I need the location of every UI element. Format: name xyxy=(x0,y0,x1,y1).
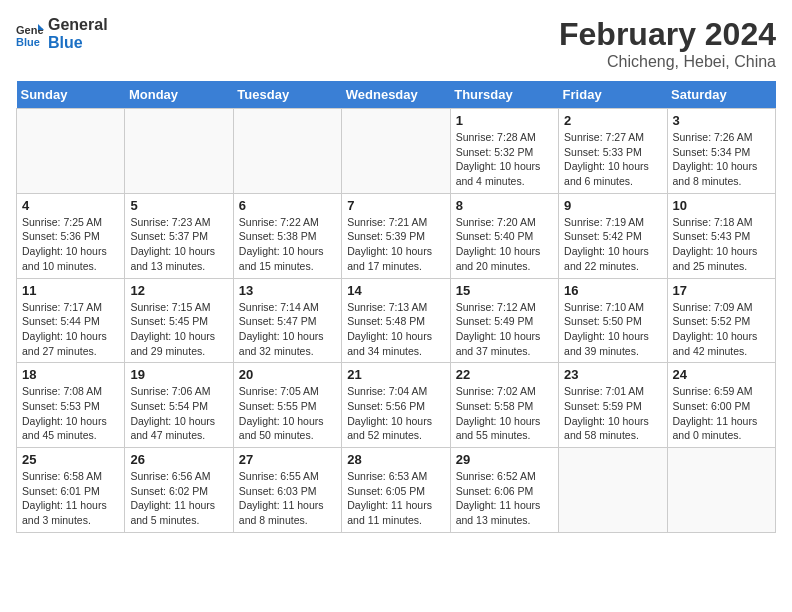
day-number: 9 xyxy=(564,198,661,213)
day-number: 8 xyxy=(456,198,553,213)
location-title: Chicheng, Hebei, China xyxy=(559,53,776,71)
day-number: 17 xyxy=(673,283,770,298)
day-info: Sunrise: 7:22 AM Sunset: 5:38 PM Dayligh… xyxy=(239,215,336,274)
day-number: 27 xyxy=(239,452,336,467)
day-info: Sunrise: 7:15 AM Sunset: 5:45 PM Dayligh… xyxy=(130,300,227,359)
logo-icon: General Blue xyxy=(16,20,44,48)
calendar-cell: 22Sunrise: 7:02 AM Sunset: 5:58 PM Dayli… xyxy=(450,363,558,448)
day-info: Sunrise: 7:27 AM Sunset: 5:33 PM Dayligh… xyxy=(564,130,661,189)
calendar-cell: 5Sunrise: 7:23 AM Sunset: 5:37 PM Daylig… xyxy=(125,193,233,278)
day-info: Sunrise: 7:14 AM Sunset: 5:47 PM Dayligh… xyxy=(239,300,336,359)
day-number: 11 xyxy=(22,283,119,298)
week-row-0: 1Sunrise: 7:28 AM Sunset: 5:32 PM Daylig… xyxy=(17,109,776,194)
calendar-cell: 4Sunrise: 7:25 AM Sunset: 5:36 PM Daylig… xyxy=(17,193,125,278)
day-info: Sunrise: 6:59 AM Sunset: 6:00 PM Dayligh… xyxy=(673,384,770,443)
calendar-cell: 2Sunrise: 7:27 AM Sunset: 5:33 PM Daylig… xyxy=(559,109,667,194)
day-info: Sunrise: 7:10 AM Sunset: 5:50 PM Dayligh… xyxy=(564,300,661,359)
day-info: Sunrise: 7:01 AM Sunset: 5:59 PM Dayligh… xyxy=(564,384,661,443)
day-number: 12 xyxy=(130,283,227,298)
calendar-cell xyxy=(342,109,450,194)
day-number: 26 xyxy=(130,452,227,467)
day-number: 6 xyxy=(239,198,336,213)
day-number: 15 xyxy=(456,283,553,298)
calendar-cell: 1Sunrise: 7:28 AM Sunset: 5:32 PM Daylig… xyxy=(450,109,558,194)
day-info: Sunrise: 7:28 AM Sunset: 5:32 PM Dayligh… xyxy=(456,130,553,189)
day-number: 16 xyxy=(564,283,661,298)
day-info: Sunrise: 7:17 AM Sunset: 5:44 PM Dayligh… xyxy=(22,300,119,359)
day-info: Sunrise: 7:09 AM Sunset: 5:52 PM Dayligh… xyxy=(673,300,770,359)
day-number: 25 xyxy=(22,452,119,467)
week-row-1: 4Sunrise: 7:25 AM Sunset: 5:36 PM Daylig… xyxy=(17,193,776,278)
header: General Blue General Blue February 2024 … xyxy=(16,16,776,71)
day-number: 19 xyxy=(130,367,227,382)
calendar-cell: 13Sunrise: 7:14 AM Sunset: 5:47 PM Dayli… xyxy=(233,278,341,363)
calendar-cell: 28Sunrise: 6:53 AM Sunset: 6:05 PM Dayli… xyxy=(342,448,450,533)
day-number: 29 xyxy=(456,452,553,467)
calendar-cell: 18Sunrise: 7:08 AM Sunset: 5:53 PM Dayli… xyxy=(17,363,125,448)
day-info: Sunrise: 7:02 AM Sunset: 5:58 PM Dayligh… xyxy=(456,384,553,443)
calendar-cell: 19Sunrise: 7:06 AM Sunset: 5:54 PM Dayli… xyxy=(125,363,233,448)
day-number: 10 xyxy=(673,198,770,213)
calendar-cell: 25Sunrise: 6:58 AM Sunset: 6:01 PM Dayli… xyxy=(17,448,125,533)
weekday-header-monday: Monday xyxy=(125,81,233,109)
day-info: Sunrise: 6:56 AM Sunset: 6:02 PM Dayligh… xyxy=(130,469,227,528)
calendar-cell: 9Sunrise: 7:19 AM Sunset: 5:42 PM Daylig… xyxy=(559,193,667,278)
week-row-4: 25Sunrise: 6:58 AM Sunset: 6:01 PM Dayli… xyxy=(17,448,776,533)
day-info: Sunrise: 7:25 AM Sunset: 5:36 PM Dayligh… xyxy=(22,215,119,274)
day-info: Sunrise: 7:08 AM Sunset: 5:53 PM Dayligh… xyxy=(22,384,119,443)
day-number: 20 xyxy=(239,367,336,382)
calendar-cell xyxy=(17,109,125,194)
day-number: 4 xyxy=(22,198,119,213)
weekday-header-row: SundayMondayTuesdayWednesdayThursdayFrid… xyxy=(17,81,776,109)
title-area: February 2024 Chicheng, Hebei, China xyxy=(559,16,776,71)
day-number: 18 xyxy=(22,367,119,382)
calendar-cell: 11Sunrise: 7:17 AM Sunset: 5:44 PM Dayli… xyxy=(17,278,125,363)
calendar-cell: 24Sunrise: 6:59 AM Sunset: 6:00 PM Dayli… xyxy=(667,363,775,448)
week-row-2: 11Sunrise: 7:17 AM Sunset: 5:44 PM Dayli… xyxy=(17,278,776,363)
calendar-cell: 16Sunrise: 7:10 AM Sunset: 5:50 PM Dayli… xyxy=(559,278,667,363)
day-number: 24 xyxy=(673,367,770,382)
day-info: Sunrise: 6:55 AM Sunset: 6:03 PM Dayligh… xyxy=(239,469,336,528)
day-info: Sunrise: 7:23 AM Sunset: 5:37 PM Dayligh… xyxy=(130,215,227,274)
day-number: 3 xyxy=(673,113,770,128)
day-info: Sunrise: 7:26 AM Sunset: 5:34 PM Dayligh… xyxy=(673,130,770,189)
day-number: 21 xyxy=(347,367,444,382)
svg-text:Blue: Blue xyxy=(16,36,40,48)
calendar-table: SundayMondayTuesdayWednesdayThursdayFrid… xyxy=(16,81,776,533)
day-info: Sunrise: 6:58 AM Sunset: 6:01 PM Dayligh… xyxy=(22,469,119,528)
day-number: 13 xyxy=(239,283,336,298)
calendar-cell: 14Sunrise: 7:13 AM Sunset: 5:48 PM Dayli… xyxy=(342,278,450,363)
day-info: Sunrise: 7:21 AM Sunset: 5:39 PM Dayligh… xyxy=(347,215,444,274)
calendar-cell: 17Sunrise: 7:09 AM Sunset: 5:52 PM Dayli… xyxy=(667,278,775,363)
weekday-header-sunday: Sunday xyxy=(17,81,125,109)
day-number: 2 xyxy=(564,113,661,128)
day-number: 7 xyxy=(347,198,444,213)
calendar-cell: 6Sunrise: 7:22 AM Sunset: 5:38 PM Daylig… xyxy=(233,193,341,278)
week-row-3: 18Sunrise: 7:08 AM Sunset: 5:53 PM Dayli… xyxy=(17,363,776,448)
calendar-cell: 12Sunrise: 7:15 AM Sunset: 5:45 PM Dayli… xyxy=(125,278,233,363)
day-info: Sunrise: 6:52 AM Sunset: 6:06 PM Dayligh… xyxy=(456,469,553,528)
weekday-header-thursday: Thursday xyxy=(450,81,558,109)
day-info: Sunrise: 7:06 AM Sunset: 5:54 PM Dayligh… xyxy=(130,384,227,443)
calendar-cell: 26Sunrise: 6:56 AM Sunset: 6:02 PM Dayli… xyxy=(125,448,233,533)
logo: General Blue General Blue xyxy=(16,16,108,52)
logo-general: General xyxy=(48,16,108,34)
day-info: Sunrise: 6:53 AM Sunset: 6:05 PM Dayligh… xyxy=(347,469,444,528)
day-number: 1 xyxy=(456,113,553,128)
day-number: 22 xyxy=(456,367,553,382)
calendar-cell: 15Sunrise: 7:12 AM Sunset: 5:49 PM Dayli… xyxy=(450,278,558,363)
calendar-cell: 23Sunrise: 7:01 AM Sunset: 5:59 PM Dayli… xyxy=(559,363,667,448)
calendar-cell: 10Sunrise: 7:18 AM Sunset: 5:43 PM Dayli… xyxy=(667,193,775,278)
calendar-cell: 20Sunrise: 7:05 AM Sunset: 5:55 PM Dayli… xyxy=(233,363,341,448)
calendar-cell: 3Sunrise: 7:26 AM Sunset: 5:34 PM Daylig… xyxy=(667,109,775,194)
weekday-header-tuesday: Tuesday xyxy=(233,81,341,109)
logo-blue: Blue xyxy=(48,34,108,52)
day-number: 23 xyxy=(564,367,661,382)
day-info: Sunrise: 7:18 AM Sunset: 5:43 PM Dayligh… xyxy=(673,215,770,274)
day-info: Sunrise: 7:19 AM Sunset: 5:42 PM Dayligh… xyxy=(564,215,661,274)
day-number: 5 xyxy=(130,198,227,213)
calendar-cell: 27Sunrise: 6:55 AM Sunset: 6:03 PM Dayli… xyxy=(233,448,341,533)
calendar-cell: 29Sunrise: 6:52 AM Sunset: 6:06 PM Dayli… xyxy=(450,448,558,533)
day-info: Sunrise: 7:05 AM Sunset: 5:55 PM Dayligh… xyxy=(239,384,336,443)
day-info: Sunrise: 7:04 AM Sunset: 5:56 PM Dayligh… xyxy=(347,384,444,443)
